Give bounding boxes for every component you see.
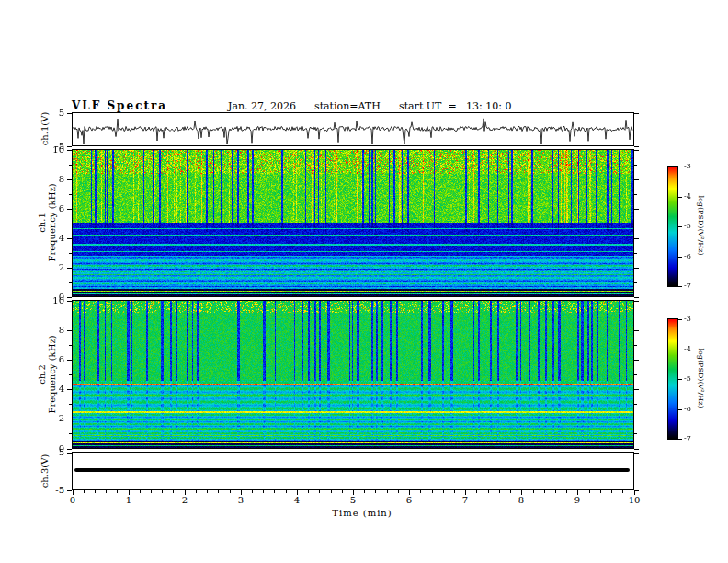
x-tick-label: 1	[120, 495, 137, 505]
y-axis-minor-tick	[634, 433, 637, 434]
colorbar-tick-label: -3	[684, 315, 700, 323]
x-axis-minor-tick	[443, 490, 444, 493]
y-axis-minor-tick	[634, 282, 637, 283]
y-axis-tick	[634, 113, 639, 114]
ch1-spectrogram-panel	[72, 149, 634, 297]
y-axis-minor-tick	[634, 165, 637, 166]
y-tick-label: 10	[40, 144, 64, 155]
colorbar-ch1	[667, 166, 678, 287]
y-axis-tick	[634, 238, 639, 239]
y-axis-tick	[67, 150, 72, 151]
ch2-frequency-axis-label-line1: ch.2	[37, 301, 47, 448]
colorbar-ch2-gradient	[668, 319, 677, 439]
y-axis-minor-tick	[69, 316, 72, 316]
x-axis-minor-tick	[544, 490, 545, 493]
colorbar-tick-label: -6	[684, 252, 700, 260]
colorbar-tick-label: -5	[684, 222, 700, 230]
x-axis-minor-tick	[499, 490, 500, 493]
x-axis-minor-tick	[476, 490, 477, 493]
y-tick-label: 8	[40, 174, 64, 185]
colorbar-tick	[678, 319, 682, 320]
y-tick-label: 5	[40, 447, 64, 458]
y-tick-label: 4	[40, 233, 64, 244]
x-axis-minor-tick	[308, 490, 309, 493]
colorbar-tick-label: -5	[684, 374, 700, 383]
y-axis-minor-tick	[69, 194, 72, 195]
y-tick-label: 6	[40, 203, 64, 214]
y-axis-tick	[634, 419, 639, 419]
y-axis-tick	[67, 453, 72, 454]
colorbar-tick	[678, 350, 682, 350]
x-axis-minor-tick	[117, 490, 118, 493]
x-axis-minor-tick	[488, 490, 489, 493]
y-axis-tick	[634, 297, 639, 298]
y-axis-minor-tick	[634, 253, 637, 254]
colorbar-tick-label: -7	[684, 434, 700, 442]
x-axis-minor-tick	[106, 490, 107, 493]
x-axis-minor-tick	[140, 490, 141, 493]
x-axis-minor-tick	[319, 490, 320, 493]
y-axis-minor-tick	[69, 282, 72, 283]
colorbar-tick	[678, 286, 682, 287]
x-axis-minor-tick	[454, 490, 455, 493]
y-tick-label: 8	[40, 325, 64, 336]
colorbar-ch1-gradient	[668, 167, 677, 286]
x-axis-minor-tick	[230, 490, 231, 493]
y-axis-tick	[634, 179, 639, 180]
x-tick-label: 3	[233, 495, 249, 505]
y-tick-label: 5	[40, 108, 64, 119]
x-axis-minor-tick	[432, 490, 433, 493]
x-axis-minor-tick	[286, 490, 287, 493]
ch2-spectrogram-panel	[72, 300, 634, 449]
y-axis-tick	[634, 146, 639, 147]
x-axis-minor-tick	[611, 490, 612, 493]
x-axis-minor-tick	[566, 490, 567, 493]
x-tick-label: 7	[457, 495, 473, 505]
y-axis-tick	[67, 330, 72, 331]
ch3-waveform-panel	[72, 452, 634, 490]
colorbar-ch2	[667, 318, 678, 440]
y-tick-label: 2	[40, 413, 64, 424]
x-tick-label: 0	[64, 495, 81, 505]
y-tick-label: -5	[40, 485, 64, 496]
y-axis-tick	[634, 449, 639, 450]
x-tick-label: 9	[569, 495, 586, 505]
y-axis-minor-tick	[69, 345, 72, 346]
vlf-spectra-figure: VLF Spectra Jan. 27, 2026 station=ATH st…	[0, 0, 728, 563]
x-tick-label: 4	[289, 495, 305, 505]
x-axis-label: Time (min)	[298, 508, 427, 518]
colorbar-tick-label: -3	[684, 162, 700, 170]
y-axis-tick	[67, 297, 72, 298]
x-axis-minor-tick	[218, 490, 219, 493]
y-axis-tick	[634, 301, 639, 302]
y-axis-tick	[67, 179, 72, 180]
ch2-frequency-axis-label: ch.2 Frequency (kHz)	[37, 301, 57, 448]
colorbar-tick-label: -6	[684, 405, 700, 413]
y-axis-minor-tick	[69, 404, 72, 405]
y-axis-minor-tick	[69, 253, 72, 254]
y-axis-tick	[67, 490, 72, 491]
y-axis-tick	[67, 268, 72, 269]
x-axis-minor-tick	[420, 490, 421, 493]
x-axis-minor-tick	[331, 490, 332, 493]
y-axis-tick	[634, 330, 639, 331]
y-axis-minor-tick	[69, 433, 72, 434]
x-axis-minor-tick	[364, 490, 365, 493]
x-axis-minor-tick	[173, 490, 174, 493]
ch3-flatline	[74, 468, 630, 472]
ch1-frequency-axis-label-line2: Frequency (kHz)	[47, 149, 57, 296]
ch1-spectrogram-canvas	[73, 150, 633, 296]
y-axis-minor-tick	[634, 224, 637, 224]
y-axis-tick	[67, 113, 72, 114]
x-axis-minor-tick	[589, 490, 590, 493]
colorbar-tick	[678, 257, 682, 258]
y-axis-minor-tick	[634, 194, 637, 195]
y-axis-tick	[67, 449, 72, 450]
x-tick-label: 6	[401, 495, 417, 505]
figure-date: Jan. 27, 2026	[228, 100, 296, 112]
y-axis-tick	[634, 453, 639, 454]
x-axis-minor-tick	[600, 490, 601, 493]
x-axis-minor-tick	[342, 490, 343, 493]
colorbar-tick	[678, 379, 682, 380]
x-tick-label: 10	[626, 495, 643, 505]
